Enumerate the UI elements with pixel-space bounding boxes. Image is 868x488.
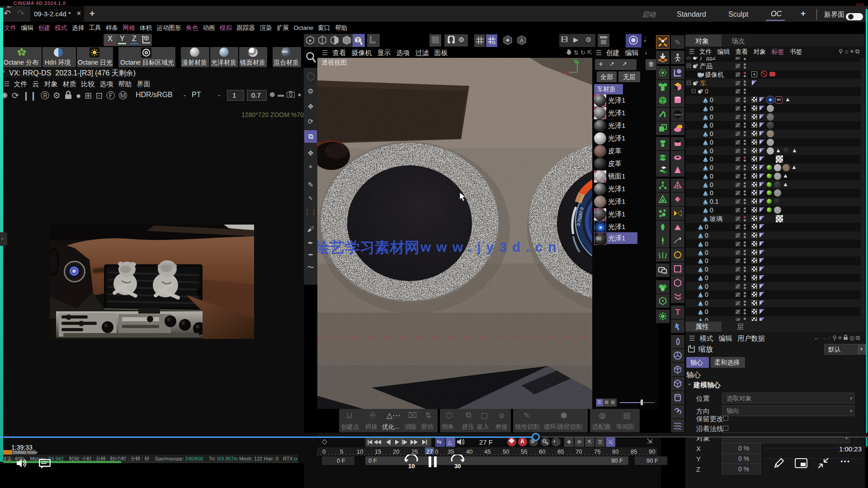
svg-text:10: 10 xyxy=(408,463,415,469)
svg-text:ST: ST xyxy=(664,272,668,275)
svg-text:www.jy3d.cn: www.jy3d.cn xyxy=(420,239,562,254)
svg-text:绘艺学习素材网: 绘艺学习素材网 xyxy=(317,239,420,256)
svg-text:30: 30 xyxy=(454,463,461,469)
svg-text:X: X xyxy=(563,69,567,76)
svg-text:A: A xyxy=(520,38,524,44)
svg-text:DONUT: DONUT xyxy=(675,113,682,116)
